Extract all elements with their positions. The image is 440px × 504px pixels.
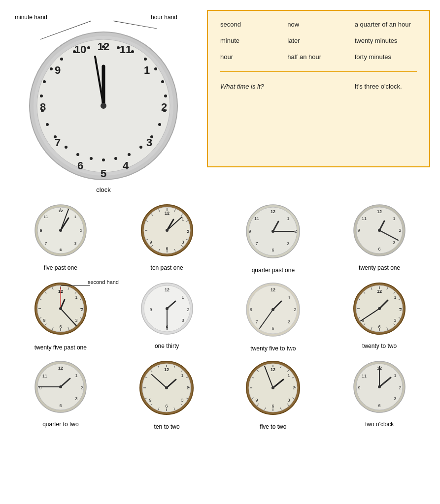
- clock-item-one-thirty: 12 1 2 3 6 9 one thirty: [116, 282, 218, 352]
- clock-item-ten-to-two: 12 1 2 3 6 9 ten to two: [116, 360, 218, 430]
- svg-text:12: 12: [271, 367, 275, 372]
- small-clocks-grid: 12 1 2 3 4 6 7 8 9 11 five past one: [10, 203, 430, 430]
- svg-point-27: [114, 157, 117, 160]
- svg-text:9: 9: [358, 385, 361, 390]
- svg-text:3: 3: [75, 318, 77, 323]
- vocab-grid: second now a quarter of an hour minute l…: [220, 21, 417, 90]
- clock-quarter-past-one: 12 1 2 3 6 7 9 11: [245, 203, 302, 260]
- label-quarter-past-one: quarter past one: [252, 267, 295, 274]
- svg-text:3: 3: [288, 319, 290, 324]
- label-ten-past-one: ten past one: [151, 264, 183, 271]
- svg-text:3: 3: [394, 396, 397, 401]
- label-ten-to-two: ten to two: [154, 423, 180, 430]
- svg-point-43: [101, 103, 106, 109]
- clock-item-twenty-to-two: 12 1 2 3 6 9 twenty to two: [329, 282, 430, 352]
- clock-twenty-five-past-one: 12 1 2 3 6 9: [34, 282, 88, 336]
- svg-text:9: 9: [149, 307, 152, 312]
- svg-point-28: [102, 158, 105, 161]
- label-twenty-to-two: twenty to two: [362, 343, 397, 349]
- svg-text:6: 6: [60, 248, 62, 252]
- clock-five-to-two: 12 1 2 3 6 9: [245, 360, 302, 416]
- svg-text:12: 12: [377, 289, 382, 294]
- svg-point-36: [43, 80, 46, 83]
- svg-point-21: [164, 94, 167, 97]
- label-five-to-two: five to two: [260, 423, 286, 430]
- svg-text:6: 6: [77, 159, 83, 172]
- svg-text:8: 8: [249, 307, 252, 312]
- svg-text:6: 6: [166, 246, 168, 251]
- big-clock-label: clock: [10, 186, 197, 193]
- vocab-answer: It's three o'clock.: [355, 83, 417, 90]
- svg-text:12: 12: [165, 211, 169, 216]
- svg-text:2: 2: [80, 385, 83, 390]
- svg-point-35: [40, 94, 43, 97]
- svg-text:9: 9: [43, 318, 45, 323]
- clock-two-oclock: 12 1 2 3 6 9 11: [352, 360, 406, 414]
- svg-text:6: 6: [166, 404, 168, 409]
- clock-item-five-to-two: 12 1 2 3 6 9 five to two: [223, 360, 324, 430]
- svg-text:11: 11: [254, 216, 259, 221]
- clock-item-twenty-five-to-two: 12 1 2 3 6 7 8 twenty five to two: [223, 282, 324, 352]
- svg-text:11: 11: [42, 374, 47, 378]
- svg-text:3: 3: [287, 398, 290, 403]
- svg-text:2: 2: [399, 385, 402, 390]
- svg-point-22: [163, 109, 166, 112]
- clock-twenty-five-to-two: 12 1 2 3 6 7 8: [245, 282, 302, 338]
- big-clock-svg: 12 1 2 3 4 5 6 7 8 9 10 11: [10, 30, 197, 182]
- vocab-minute: minute: [220, 37, 282, 44]
- svg-point-25: [139, 146, 142, 149]
- svg-text:1: 1: [287, 216, 289, 221]
- svg-point-150: [166, 307, 169, 310]
- svg-point-255: [271, 386, 274, 389]
- svg-point-34: [41, 109, 44, 112]
- clock-item-two-oclock: 12 1 2 3 6 9 11 two o'clock: [329, 360, 430, 430]
- svg-text:7: 7: [255, 319, 258, 324]
- svg-point-40: [87, 46, 90, 49]
- vocab-box: second now a quarter of an hour minute l…: [207, 10, 430, 167]
- svg-text:9: 9: [248, 229, 251, 234]
- svg-text:9: 9: [149, 240, 152, 245]
- svg-point-38: [60, 58, 63, 61]
- hour-hand-line: [113, 21, 157, 29]
- svg-text:12: 12: [271, 209, 275, 214]
- svg-text:9: 9: [149, 398, 152, 403]
- svg-text:3: 3: [394, 318, 397, 323]
- svg-text:12: 12: [377, 209, 382, 214]
- svg-text:2: 2: [187, 229, 189, 234]
- svg-point-139: [59, 307, 62, 310]
- svg-text:2: 2: [399, 228, 402, 233]
- label-twenty-five-to-two: twenty five to two: [250, 345, 296, 352]
- svg-text:12: 12: [271, 287, 275, 292]
- label-twenty-past-one: twenty past one: [359, 264, 400, 271]
- svg-point-19: [154, 67, 157, 70]
- big-clock-container: minute hand hour hand 12 1 2 3 4: [10, 10, 197, 193]
- svg-text:6: 6: [378, 403, 381, 408]
- vocab-question: What time is it?: [220, 83, 282, 90]
- svg-text:1: 1: [394, 373, 397, 378]
- svg-point-24: [150, 135, 153, 138]
- svg-text:3: 3: [181, 398, 184, 403]
- svg-text:3: 3: [75, 396, 77, 401]
- svg-text:1: 1: [181, 295, 184, 300]
- svg-text:1: 1: [288, 295, 290, 300]
- svg-text:2: 2: [187, 385, 189, 390]
- svg-point-267: [378, 385, 381, 388]
- svg-point-162: [271, 308, 274, 311]
- clock-ten-to-two: 12 1 2 3 6 9: [138, 360, 195, 416]
- svg-text:5: 5: [101, 167, 106, 180]
- svg-text:9: 9: [39, 385, 41, 390]
- clock-five-past-one: 12 1 2 3 4 6 7 8 9 11: [34, 203, 88, 257]
- svg-point-23: [158, 123, 161, 126]
- label-one-thirty: one thirty: [155, 343, 179, 349]
- vocab-quarter-hour: a quarter of an hour: [355, 21, 417, 28]
- svg-text:12: 12: [58, 366, 63, 371]
- clock-item-ten-past-one: 12 1 2 3 6 9 ten past one: [116, 203, 218, 274]
- svg-text:1: 1: [287, 373, 290, 378]
- clock-item-five-past-one: 12 1 2 3 4 6 7 8 9 11 five past one: [10, 203, 111, 274]
- vocab-second: second: [220, 21, 282, 28]
- svg-text:9: 9: [40, 228, 42, 233]
- vocab-half-hour: half an hour: [287, 53, 349, 61]
- clock-item-quarter-to-two: 12 1 2 3 6 9 11 quarter to two: [10, 360, 111, 430]
- clock-ten-past-one: 12 1 2 3 6 9: [140, 203, 194, 257]
- svg-point-201: [59, 385, 62, 388]
